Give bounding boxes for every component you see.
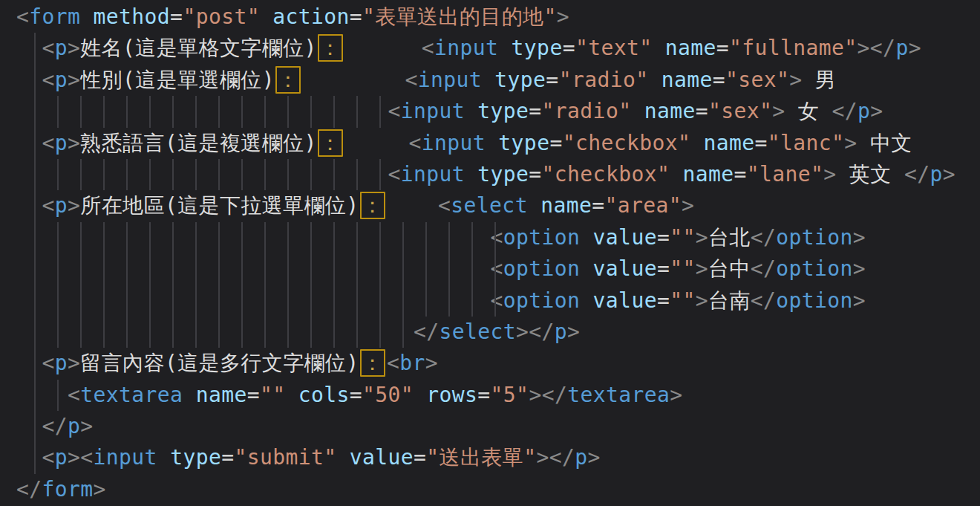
code-token: [16, 288, 491, 313]
code-token: </: [904, 162, 930, 186]
code-token: </: [751, 256, 777, 281]
code-token: select: [440, 320, 517, 344]
code-token: name: [540, 193, 592, 218]
code-token: [465, 99, 477, 123]
code-token: [16, 414, 42, 438]
unicode-highlight-box: ：: [360, 349, 385, 377]
code-token: value: [593, 225, 657, 250]
code-token: "checkbox": [542, 162, 670, 186]
code-token: <: [388, 99, 400, 123]
code-token: input: [422, 131, 486, 155]
code-token: p: [55, 193, 68, 218]
code-token: <: [422, 36, 434, 60]
code-token: input: [94, 445, 157, 470]
code-token: select: [451, 193, 528, 218]
code-line[interactable]: <p>留言內容(這是多行文字欄位)：<br>: [16, 348, 980, 379]
code-token: >: [696, 288, 708, 313]
code-token: 台北: [708, 225, 751, 250]
code-line[interactable]: <form method="post" action="表單送出的目的地">: [16, 1, 980, 33]
code-token: =: [546, 68, 558, 92]
code-token: =: [696, 99, 708, 123]
code-token: "checkbox": [563, 131, 691, 155]
code-token: >: [696, 256, 708, 281]
code-line[interactable]: <option value="">台北</option>: [16, 222, 980, 253]
code-token: p: [55, 36, 68, 60]
code-token: >: [68, 131, 80, 155]
code-token: </: [751, 288, 777, 313]
code-token: [690, 131, 703, 155]
code-token: "post": [183, 4, 260, 29]
code-token: input: [434, 36, 498, 60]
code-line[interactable]: </select></p>: [16, 317, 980, 348]
code-token: [580, 288, 592, 313]
code-token: "送出表單": [426, 445, 536, 470]
code-token: 男: [803, 68, 837, 92]
code-token: p: [68, 414, 80, 438]
code-token: =: [221, 445, 234, 470]
code-line[interactable]: <option value="">台中</option>: [16, 253, 980, 285]
code-token: "sex": [725, 68, 789, 92]
code-token: <: [491, 225, 503, 250]
code-token: "5": [491, 383, 529, 407]
code-token: >: [909, 36, 921, 60]
code-line[interactable]: <textarea name="" cols="50" rows="5"></t…: [16, 380, 980, 411]
code-token: =: [657, 225, 670, 250]
code-token: <: [438, 193, 451, 218]
code-token: </: [832, 99, 858, 123]
code-token: option: [776, 256, 853, 281]
code-token: [648, 68, 661, 92]
code-token: "radio": [559, 68, 649, 92]
code-token: ></: [516, 320, 555, 344]
code-token: =: [350, 4, 362, 29]
code-line[interactable]: <input type="checkbox" name="lane"> 英文 <…: [16, 159, 980, 190]
code-line[interactable]: <p>熟悉語言(這是複選欄位)： <input type="checkbox" …: [16, 128, 980, 159]
code-token: option: [503, 225, 581, 250]
code-editor[interactable]: <form method="post" action="表單送出的目的地"> <…: [0, 0, 980, 506]
code-line[interactable]: </form>: [16, 474, 980, 505]
code-token: <: [405, 68, 418, 92]
code-token: >: [789, 68, 802, 92]
code-token: 英文: [837, 162, 904, 186]
code-token: <: [42, 445, 55, 470]
code-token: <: [42, 68, 55, 92]
code-token: "radio": [542, 99, 632, 123]
code-token: =: [657, 256, 670, 281]
code-line[interactable]: <input type="radio" name="sex"> 女 </p>: [16, 96, 980, 127]
code-token: value: [593, 256, 657, 281]
code-token: option: [776, 225, 853, 250]
code-token: [16, 383, 68, 407]
code-line[interactable]: <p><input type="submit" value="送出表單"></p…: [16, 442, 980, 473]
code-token: [183, 383, 195, 407]
code-token: "submit": [234, 445, 336, 470]
code-token: "": [670, 225, 696, 250]
code-token: [157, 445, 170, 470]
code-token: 熟悉語言(這是複選欄位): [80, 131, 317, 155]
code-line[interactable]: <p>姓名(這是單格文字欄位)： <input type="text" name…: [16, 33, 980, 64]
code-token: form: [42, 477, 94, 502]
code-token: [285, 383, 298, 407]
code-token: textarea: [567, 383, 670, 407]
code-token: <: [42, 351, 55, 375]
code-token: =: [350, 383, 362, 407]
code-token: name: [644, 99, 696, 123]
code-token: [498, 36, 511, 60]
code-line[interactable]: <option value="">台南</option>: [16, 285, 980, 317]
code-token: >: [823, 162, 836, 186]
code-token: [16, 68, 42, 92]
code-token: p: [555, 320, 567, 344]
code-token: p: [858, 99, 870, 123]
unicode-highlight-box: ：: [318, 34, 343, 62]
code-token: >: [844, 131, 857, 155]
code-token: p: [895, 36, 908, 60]
code-token: =: [477, 383, 490, 407]
code-token: [16, 131, 42, 155]
code-line[interactable]: <p>性別(這是單選欄位)： <input type="radio" name=…: [16, 65, 980, 96]
code-token: =: [592, 193, 604, 218]
code-token: <: [388, 162, 400, 186]
code-token: [465, 162, 477, 186]
code-line[interactable]: <p>所在地區(這是下拉選單欄位)： <select name="area">: [16, 190, 980, 221]
code-token: ></: [858, 36, 896, 60]
code-line[interactable]: </p>: [16, 411, 980, 442]
code-token: option: [503, 256, 581, 281]
code-token: >: [870, 99, 883, 123]
